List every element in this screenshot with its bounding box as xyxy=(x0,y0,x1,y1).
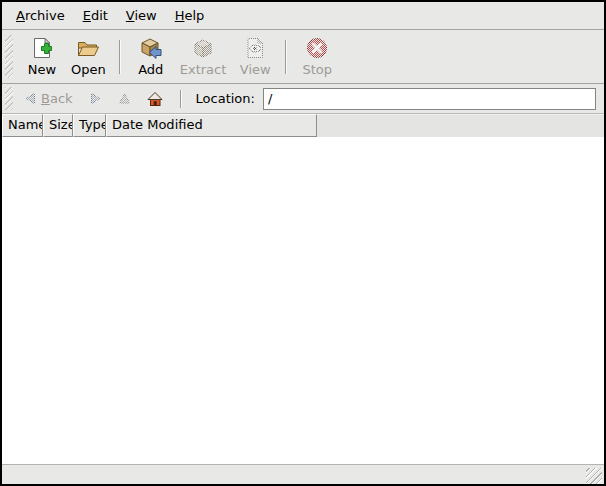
view-button: View xyxy=(232,35,278,78)
back-arrow-icon xyxy=(24,92,37,105)
navbar-drag-handle[interactable] xyxy=(5,87,13,110)
column-header-size[interactable]: Size xyxy=(43,114,73,137)
open-button-label: Open xyxy=(71,62,106,77)
view-file-icon xyxy=(243,36,267,60)
forward-button xyxy=(84,89,107,108)
new-archive-icon xyxy=(30,36,54,60)
extract-button-label: Extract xyxy=(180,62,227,77)
home-icon xyxy=(147,91,163,107)
stop-icon xyxy=(305,36,329,60)
menu-help[interactable]: Help xyxy=(167,5,213,26)
back-button-label: Back xyxy=(41,91,73,106)
file-list-area[interactable] xyxy=(2,137,604,464)
navigation-bar: Back xyxy=(2,84,604,114)
toolbar-separator xyxy=(119,40,121,74)
column-header-row: Name Size Type Date Modified xyxy=(2,114,604,137)
open-button[interactable]: Open xyxy=(65,35,112,78)
new-button-label: New xyxy=(28,62,56,77)
stop-button-label: Stop xyxy=(303,62,333,77)
column-header-name[interactable]: Name xyxy=(2,114,43,137)
toolbar-drag-handle[interactable] xyxy=(5,35,13,78)
toolbar-separator xyxy=(285,40,287,74)
home-button[interactable] xyxy=(142,88,168,110)
up-arrow-icon xyxy=(118,92,131,105)
column-header-filler xyxy=(317,114,604,137)
location-input[interactable] xyxy=(263,88,596,110)
main-toolbar: New Open Add xyxy=(2,30,604,84)
extract-button: Extract xyxy=(174,35,233,78)
location-label: Location: xyxy=(196,91,255,106)
view-button-label: View xyxy=(240,62,271,77)
menu-archive[interactable]: Archive xyxy=(8,5,73,26)
new-button[interactable]: New xyxy=(19,35,65,78)
menubar: Archive Edit View Help xyxy=(2,2,604,30)
add-button[interactable]: Add xyxy=(128,35,174,78)
extract-package-icon xyxy=(191,36,215,60)
up-button xyxy=(113,89,136,108)
archive-manager-window: Archive Edit View Help New xyxy=(0,0,606,486)
column-header-date-modified[interactable]: Date Modified xyxy=(106,114,317,137)
back-button: Back xyxy=(19,88,78,109)
column-header-type[interactable]: Type xyxy=(73,114,106,137)
open-folder-icon xyxy=(76,36,100,60)
menu-view[interactable]: View xyxy=(118,5,165,26)
add-package-icon xyxy=(139,36,163,60)
menu-edit[interactable]: Edit xyxy=(75,5,116,26)
add-button-label: Add xyxy=(138,62,163,77)
statusbar xyxy=(2,464,604,484)
navbar-separator xyxy=(180,90,182,108)
stop-button: Stop xyxy=(294,35,340,78)
forward-arrow-icon xyxy=(89,92,102,105)
resize-grip[interactable] xyxy=(586,468,602,484)
